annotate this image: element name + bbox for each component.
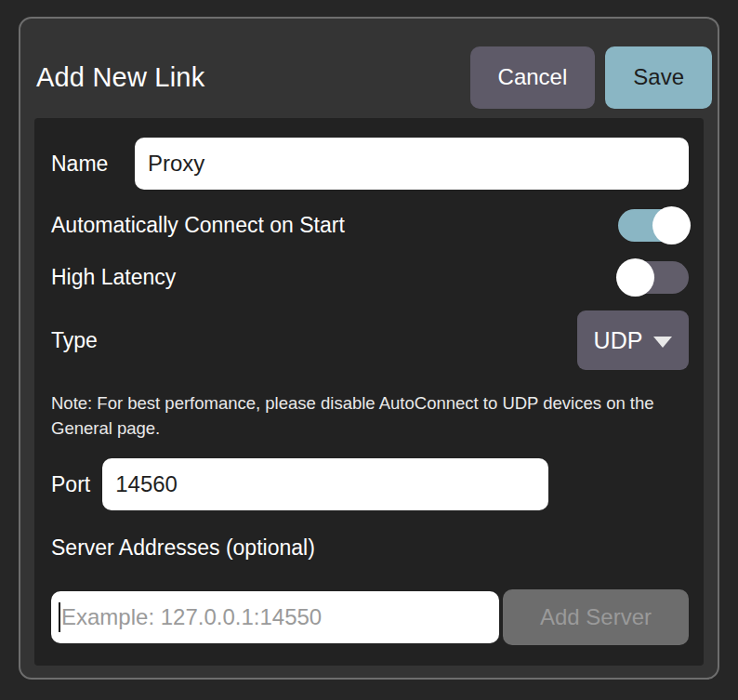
server-address-row: Add Server [51, 589, 689, 645]
chevron-down-icon [653, 337, 672, 348]
toggle-knob [616, 258, 654, 297]
server-address-input[interactable] [51, 591, 499, 643]
high-latency-row: High Latency [51, 260, 689, 294]
server-addresses-label: Server Addresses (optional) [51, 535, 689, 561]
add-new-link-dialog: Add New Link Cancel Save Name Automatica… [19, 17, 719, 680]
name-label: Name [51, 152, 135, 177]
dialog-header: Add New Link Cancel Save [20, 19, 718, 115]
cancel-button[interactable]: Cancel [470, 46, 596, 109]
add-server-button[interactable]: Add Server [503, 589, 689, 645]
type-dropdown-value: UDP [594, 327, 643, 354]
server-address-input-wrap [51, 591, 499, 643]
auto-connect-label: Automatically Connect on Start [51, 213, 345, 238]
header-buttons: Cancel Save [470, 46, 712, 109]
toggle-knob [652, 206, 691, 244]
port-row: Port [51, 458, 689, 510]
dialog-title: Add New Link [36, 62, 204, 93]
text-cursor [59, 602, 60, 632]
high-latency-label: High Latency [51, 265, 176, 290]
name-row: Name [51, 138, 689, 190]
auto-connect-toggle[interactable] [618, 209, 689, 242]
type-label: Type [51, 328, 98, 353]
auto-connect-row: Automatically Connect on Start [51, 208, 689, 242]
port-input[interactable] [102, 458, 548, 510]
type-row: Type UDP [51, 310, 689, 370]
name-input[interactable] [135, 138, 689, 190]
udp-performance-note: Note: For best perfomance, please disabl… [51, 390, 679, 441]
save-button[interactable]: Save [605, 46, 712, 109]
port-label: Port [51, 472, 90, 497]
high-latency-toggle[interactable] [618, 261, 689, 294]
type-dropdown[interactable]: UDP [577, 310, 689, 370]
link-settings-panel: Name Automatically Connect on Start High… [34, 118, 704, 666]
